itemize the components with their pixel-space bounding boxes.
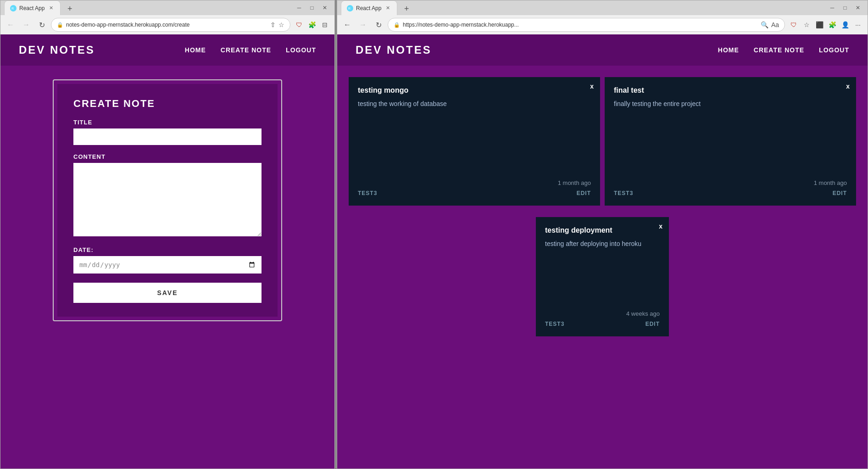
note-user-1: TEST3 <box>614 190 633 196</box>
left-browser-window: R React App ✕ + ─ □ ✕ ← → ↻ 🔒 notes-demo… <box>0 0 335 469</box>
note-close-1[interactable]: x <box>846 83 850 90</box>
right-tab-close[interactable]: ✕ <box>384 5 391 12</box>
shield-icon[interactable]: 🛡 <box>293 19 305 31</box>
right-close-btn[interactable]: ✕ <box>852 2 864 14</box>
right-shield-icon[interactable]: 🛡 <box>788 19 800 31</box>
url-text: notes-demo-app-mernstack.herokuapp.com/c… <box>66 22 267 28</box>
right-app-content: DEV NOTES HOME CREATE NOTE LOGOUT x test… <box>337 34 868 469</box>
left-tab-title: React App <box>19 5 45 11</box>
note-edit-2[interactable]: EDIT <box>645 321 660 327</box>
right-read-icon[interactable]: Aa <box>771 21 779 28</box>
right-navbar: DEV NOTES HOME CREATE NOTE LOGOUT <box>337 34 868 66</box>
notes-grid: x testing mongo testing the working of d… <box>337 66 868 217</box>
minimize-btn[interactable]: ─ <box>293 2 305 14</box>
left-tab-close[interactable]: ✕ <box>47 5 55 12</box>
left-navbar: DEV NOTES HOME CREATE NOTE LOGOUT <box>0 34 334 66</box>
note-actions-2: TEST3 EDIT <box>545 321 660 327</box>
note-actions-0: TEST3 EDIT <box>358 190 591 196</box>
right-minimize-btn[interactable]: ─ <box>826 2 838 14</box>
back-btn[interactable]: ← <box>4 18 17 31</box>
left-nav-home[interactable]: HOME <box>185 46 206 54</box>
right-nav-home[interactable]: HOME <box>718 46 739 54</box>
date-label: DATE: <box>73 246 262 253</box>
note-edit-0[interactable]: EDIT <box>577 190 591 196</box>
note-footer-2: 4 weeks ago TEST3 EDIT <box>545 301 660 327</box>
left-window-titlebar: R React App ✕ + ─ □ ✕ <box>0 0 334 15</box>
right-more-icon[interactable]: ··· <box>852 19 864 31</box>
note-timestamp-2: 4 weeks ago <box>545 310 660 317</box>
note-content-0: testing the working of database <box>358 99 591 170</box>
right-address-bar: ← → ↻ 🔒 https://notes-demo-app-mernstack… <box>337 15 868 34</box>
left-new-tab[interactable]: + <box>63 2 76 15</box>
note-title-0: testing mongo <box>358 86 591 95</box>
left-app-content: DEV NOTES HOME CREATE NOTE LOGOUT CREATE… <box>0 34 334 469</box>
right-nav-create[interactable]: CREATE NOTE <box>754 46 804 54</box>
tab-favicon: R <box>10 5 17 11</box>
note-content-2: testing after deploying into heroku <box>545 239 660 301</box>
svg-text:R: R <box>348 7 351 10</box>
right-refresh-btn[interactable]: ↻ <box>372 18 385 31</box>
left-address-bar: ← → ↻ 🔒 notes-demo-app-mernstack.herokua… <box>0 15 334 34</box>
right-search-icon[interactable]: 🔍 <box>761 21 768 28</box>
note-edit-1[interactable]: EDIT <box>833 190 847 196</box>
right-star-icon[interactable]: ☆ <box>801 19 812 31</box>
right-nav-links: HOME CREATE NOTE LOGOUT <box>718 46 849 54</box>
right-tab-favicon: R <box>347 5 353 11</box>
left-nav-create[interactable]: CREATE NOTE <box>221 46 271 54</box>
sidebar-toggle-icon[interactable]: ⊟ <box>319 19 331 31</box>
right-titlebar: R React App ✕ + ─ □ ✕ <box>337 0 868 15</box>
url-bar[interactable]: 🔒 notes-demo-app-mernstack.herokuapp.com… <box>51 18 290 32</box>
left-nav-logout[interactable]: LOGOUT <box>286 46 316 54</box>
note-card-0: x testing mongo testing the working of d… <box>349 77 600 206</box>
content-textarea[interactable] <box>73 163 262 236</box>
form-border: CREATE NOTE TITLE CONTENT DATE: SAVE <box>53 79 282 321</box>
note-timestamp-1: 1 month ago <box>614 179 847 186</box>
form-inner-container: CREATE NOTE TITLE CONTENT DATE: SAVE <box>57 84 278 317</box>
date-input[interactable] <box>73 256 262 274</box>
right-nav-logout[interactable]: LOGOUT <box>819 46 849 54</box>
right-tab-title: React App <box>356 5 381 11</box>
svg-text:R: R <box>11 7 14 10</box>
left-active-tab[interactable]: R React App ✕ <box>4 0 61 15</box>
title-input[interactable] <box>73 128 262 145</box>
right-restore-btn[interactable]: □ <box>839 2 851 14</box>
save-button[interactable]: SAVE <box>73 283 262 303</box>
right-toolbar-icons: 🛡 ☆ ⬛ 🧩 👤 ··· <box>788 19 864 31</box>
toolbar-icons: 🛡 🧩 ⊟ <box>293 19 331 31</box>
puzzle-icon[interactable]: 🧩 <box>306 19 318 31</box>
share-icon[interactable]: ⇧ <box>270 21 276 28</box>
note-title-2: testing deployment <box>545 226 660 234</box>
refresh-btn[interactable]: ↻ <box>35 18 48 31</box>
form-title: CREATE NOTE <box>73 98 262 110</box>
lock-icon: 🔒 <box>57 22 63 28</box>
note-footer-0: 1 month ago TEST3 EDIT <box>358 170 591 196</box>
content-label: CONTENT <box>73 153 262 160</box>
note-card-1: x final test finally testing the entire … <box>605 77 856 206</box>
note-card-2: x testing deployment testing after deplo… <box>536 217 669 336</box>
right-forward-btn[interactable]: → <box>356 18 369 31</box>
left-nav-links: HOME CREATE NOTE LOGOUT <box>185 46 316 54</box>
right-puzzle-icon[interactable]: 🧩 <box>826 19 838 31</box>
restore-btn[interactable]: □ <box>306 2 318 14</box>
forward-btn[interactable]: → <box>20 18 33 31</box>
note-actions-1: TEST3 EDIT <box>614 190 847 196</box>
right-url-text: https://notes-demo-app-mernstack.herokua… <box>403 22 758 28</box>
title-label: TITLE <box>73 119 262 126</box>
note-content-1: finally testing the entire project <box>614 99 847 170</box>
right-active-tab[interactable]: R React App ✕ <box>341 0 397 15</box>
note-user-0: TEST3 <box>358 190 377 196</box>
note-close-0[interactable]: x <box>590 83 594 90</box>
note-close-2[interactable]: x <box>659 223 662 230</box>
right-collect-icon[interactable]: ⬛ <box>813 19 825 31</box>
star-icon[interactable]: ☆ <box>278 21 284 28</box>
close-btn[interactable]: ✕ <box>319 2 331 14</box>
right-browser-window: R React App ✕ + ─ □ ✕ ← → ↻ 🔒 https://no… <box>337 0 868 469</box>
right-lock-icon: 🔒 <box>394 22 400 28</box>
right-profile-icon[interactable]: 👤 <box>839 19 851 31</box>
right-url-bar[interactable]: 🔒 https://notes-demo-app-mernstack.herok… <box>388 18 785 32</box>
right-back-btn[interactable]: ← <box>341 18 354 31</box>
note-user-2: TEST3 <box>545 321 564 327</box>
note-footer-1: 1 month ago TEST3 EDIT <box>614 170 847 196</box>
form-outer-container: CREATE NOTE TITLE CONTENT DATE: SAVE <box>0 66 334 335</box>
right-new-tab[interactable]: + <box>400 2 413 15</box>
